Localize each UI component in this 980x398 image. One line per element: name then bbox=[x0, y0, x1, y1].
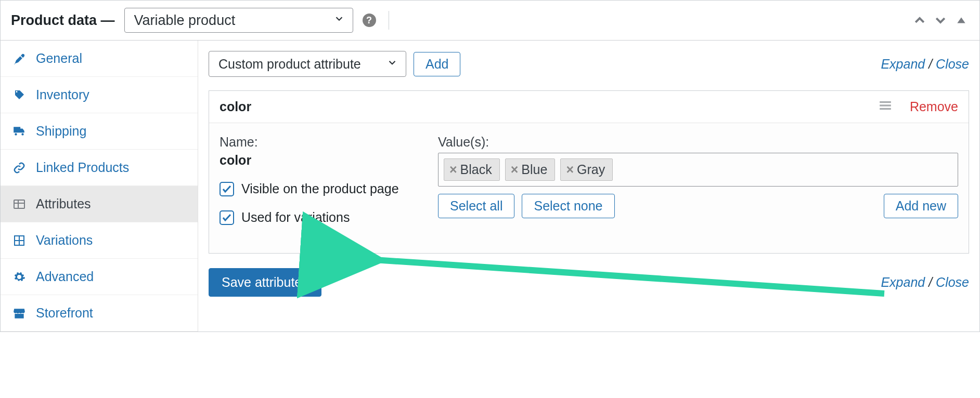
attribute-header[interactable]: color Remove bbox=[209, 91, 969, 123]
tab-label: Storefront bbox=[36, 306, 93, 321]
product-type-select-wrap: Variable product bbox=[124, 8, 353, 33]
tabs-sidebar: General Inventory Shipping Linked Produc… bbox=[1, 41, 198, 331]
tab-label: General bbox=[36, 51, 82, 66]
tab-linked-products[interactable]: Linked Products bbox=[1, 150, 198, 186]
move-down-icon[interactable] bbox=[933, 12, 948, 28]
store-icon bbox=[12, 307, 27, 320]
tab-advanced[interactable]: Advanced bbox=[1, 259, 198, 295]
save-attributes-button[interactable]: Save attributes bbox=[209, 268, 321, 297]
divider bbox=[389, 11, 389, 30]
product-data-panel: Product data — Variable product ? bbox=[0, 0, 980, 332]
tab-label: Linked Products bbox=[36, 160, 129, 175]
tab-label: Attributes bbox=[36, 196, 91, 211]
add-attribute-button[interactable]: Add bbox=[414, 52, 460, 76]
tab-label: Shipping bbox=[36, 124, 86, 139]
slash: / bbox=[929, 57, 936, 71]
drag-handle-icon[interactable] bbox=[879, 99, 892, 114]
remove-tag-icon[interactable]: × bbox=[511, 162, 519, 177]
close-link[interactable]: Close bbox=[936, 57, 969, 71]
value-tag[interactable]: ×Gray bbox=[560, 158, 613, 181]
tag-label: Gray bbox=[577, 162, 605, 177]
close-link[interactable]: Close bbox=[936, 275, 969, 289]
values-input[interactable]: ×Black ×Blue ×Gray bbox=[438, 153, 958, 187]
attribute-type-select[interactable]: Custom product attribute bbox=[209, 51, 406, 77]
help-icon[interactable]: ? bbox=[363, 14, 376, 27]
tab-storefront[interactable]: Storefront bbox=[1, 295, 198, 331]
values-label: Value(s): bbox=[438, 135, 958, 150]
link-icon bbox=[12, 162, 27, 174]
panel-header-controls bbox=[912, 12, 969, 28]
value-tag[interactable]: ×Black bbox=[444, 158, 500, 181]
attribute-type-select-wrap: Custom product attribute bbox=[209, 51, 406, 77]
attributes-content: Custom product attribute Add Expand / Cl… bbox=[198, 41, 979, 331]
expand-link[interactable]: Expand bbox=[881, 57, 925, 71]
wrench-icon bbox=[12, 52, 27, 65]
panel-header: Product data — Variable product ? bbox=[1, 1, 979, 41]
attribute-add-row: Custom product attribute Add Expand / Cl… bbox=[209, 51, 969, 77]
slash: / bbox=[929, 275, 936, 289]
variations-checkbox[interactable] bbox=[220, 210, 234, 225]
tag-label: Blue bbox=[521, 162, 547, 177]
svg-rect-0 bbox=[14, 200, 24, 208]
variations-checkbox-row[interactable]: Used for variations bbox=[220, 210, 428, 225]
tab-inventory[interactable]: Inventory bbox=[1, 77, 198, 113]
move-up-icon[interactable] bbox=[912, 12, 927, 28]
expand-close-bottom: Expand / Close bbox=[881, 275, 969, 290]
tab-general[interactable]: General bbox=[1, 41, 198, 77]
select-none-button[interactable]: Select none bbox=[522, 194, 614, 218]
visible-label: Visible on the product page bbox=[241, 181, 399, 196]
expand-link[interactable]: Expand bbox=[881, 275, 925, 289]
attribute-left-col: Name: color Visible on the product page bbox=[220, 135, 428, 238]
select-all-button[interactable]: Select all bbox=[438, 194, 514, 218]
panel-title: Product data — bbox=[11, 12, 115, 29]
name-label: Name: bbox=[220, 135, 428, 150]
tab-label: Variations bbox=[36, 233, 93, 248]
tab-shipping[interactable]: Shipping bbox=[1, 113, 198, 150]
remove-tag-icon[interactable]: × bbox=[449, 162, 457, 177]
panel-body: General Inventory Shipping Linked Produc… bbox=[1, 41, 979, 331]
attribute-item: color Remove Name: color bbox=[209, 90, 969, 254]
visible-checkbox-row[interactable]: Visible on the product page bbox=[220, 181, 428, 196]
tab-label: Inventory bbox=[36, 87, 89, 102]
remove-attribute-link[interactable]: Remove bbox=[910, 99, 958, 114]
attributes-footer-row: Save attributes Expand / Close bbox=[209, 268, 969, 297]
add-new-value-button[interactable]: Add new bbox=[884, 194, 958, 218]
gear-icon bbox=[12, 271, 27, 283]
truck-icon bbox=[12, 125, 27, 138]
value-tag[interactable]: ×Blue bbox=[505, 158, 556, 181]
expand-close-top: Expand / Close bbox=[881, 57, 969, 72]
variations-label: Used for variations bbox=[241, 210, 350, 225]
grid-icon bbox=[12, 234, 27, 247]
tab-label: Advanced bbox=[36, 269, 94, 284]
value-actions: Select all Select none Add new bbox=[438, 194, 958, 218]
attribute-body: Name: color Visible on the product page bbox=[209, 123, 969, 253]
attribute-title: color bbox=[220, 99, 251, 114]
name-value: color bbox=[220, 153, 428, 168]
product-type-select[interactable]: Variable product bbox=[124, 8, 353, 33]
attribute-right-col: Value(s): ×Black ×Blue ×Gray Select all … bbox=[438, 135, 958, 238]
tag-icon bbox=[12, 89, 27, 101]
tag-label: Black bbox=[460, 162, 492, 177]
visible-checkbox[interactable] bbox=[220, 182, 234, 196]
toggle-panel-icon[interactable] bbox=[953, 12, 969, 28]
tab-variations[interactable]: Variations bbox=[1, 222, 198, 259]
tab-attributes[interactable]: Attributes bbox=[1, 186, 198, 222]
remove-tag-icon[interactable]: × bbox=[566, 162, 574, 177]
list-icon bbox=[12, 198, 27, 210]
